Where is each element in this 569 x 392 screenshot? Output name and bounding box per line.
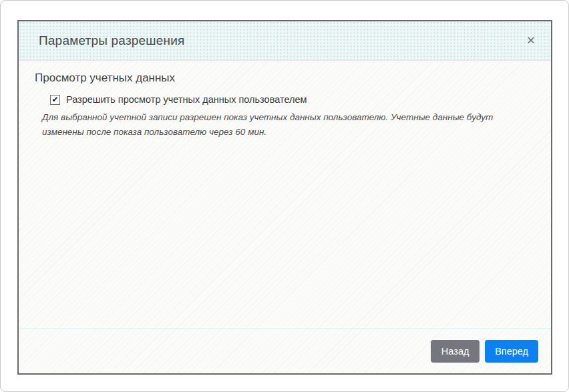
back-button[interactable]: Назад	[431, 340, 480, 363]
allow-credentials-view-checkbox-row[interactable]: ✔ Разрешить просмотр учетных данных поль…	[50, 94, 531, 105]
close-icon[interactable]: ✕	[523, 32, 539, 48]
credentials-note-text: Для выбранной учетной записи разрешен по…	[42, 110, 527, 140]
permission-settings-dialog: Параметры разрешения ✕ Просмотр учетных …	[17, 20, 552, 375]
dialog-title: Параметры разрешения	[39, 33, 185, 48]
checkbox-checked-icon[interactable]: ✔	[50, 95, 60, 105]
checkbox-label: Разрешить просмотр учетных данных пользо…	[66, 94, 307, 105]
dialog-header: Параметры разрешения ✕	[19, 21, 551, 61]
next-button[interactable]: Вперед	[485, 340, 538, 363]
dialog-footer: Назад Вперед	[19, 329, 551, 373]
dialog-body: Просмотр учетных данных ✔ Разрешить прос…	[19, 61, 551, 329]
page-background: Параметры разрешения ✕ Просмотр учетных …	[0, 0, 569, 392]
section-heading: Просмотр учетных данных	[35, 71, 531, 85]
